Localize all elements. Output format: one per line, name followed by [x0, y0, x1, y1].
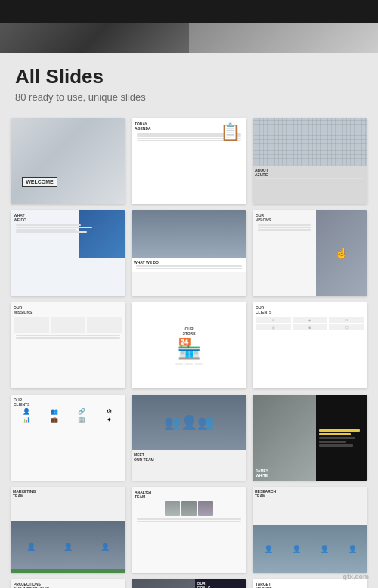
top-image-right	[189, 23, 378, 53]
slide-projections[interactable]: PROJECTIONSAND INFOGRAPHIC	[11, 579, 125, 588]
header: All Slides 80 ready to use, unique slide…	[0, 53, 378, 112]
top-image-left	[0, 23, 189, 53]
top-image-strip	[0, 23, 378, 53]
slide-goals[interactable]: ☕ OURGOALS	[132, 579, 246, 588]
slide-analyst-team[interactable]: ANALYSTTEAM	[132, 487, 246, 573]
slide-agenda[interactable]: TODAYAGENDA 📋	[132, 118, 246, 204]
page-title: All Slides	[15, 65, 363, 88]
slide-whatwedo1[interactable]: WHATWE DO	[11, 210, 125, 296]
slide-whatwedo2[interactable]: WHAT WE DO	[132, 210, 246, 296]
slide-missions[interactable]: OURMISSIONS	[11, 302, 125, 388]
slide-welcome[interactable]: WELCOME	[11, 118, 125, 204]
slide-visions[interactable]: OURVISIONS ☝	[253, 210, 367, 296]
slide-clients-logos[interactable]: OURCLIENTS ⊙ ◈ ✕ ◎ ⊗ ⬡	[253, 302, 367, 388]
slide-james-white[interactable]: JAMESWHITE	[253, 395, 367, 481]
top-bar	[0, 0, 378, 23]
slide-clients-icons[interactable]: OURCLIENTS 👤 👥 🔗 ⚙ 📊 💼 🏢 ✦	[11, 395, 125, 481]
slide-meet-team[interactable]: 👥👤👥 MEETOUR TEAM	[132, 395, 246, 481]
page-subtitle: 80 ready to use, unique slides	[15, 91, 363, 103]
slide-about[interactable]: ABOUTAZURE	[253, 118, 367, 204]
slide-research-team[interactable]: RESEARCHTEAM 👤 👤 👤 👤	[253, 487, 367, 573]
slide-marketing-team[interactable]: MARKETINGTEAM 👤 👤 👤	[11, 487, 125, 573]
slide-store[interactable]: OURSTORE 🏪	[132, 302, 246, 388]
gfx-watermark: gfx.com	[342, 573, 369, 580]
slides-grid: WELCOME TODAYAGENDA 📋 ABOUTAZURE	[0, 112, 378, 588]
